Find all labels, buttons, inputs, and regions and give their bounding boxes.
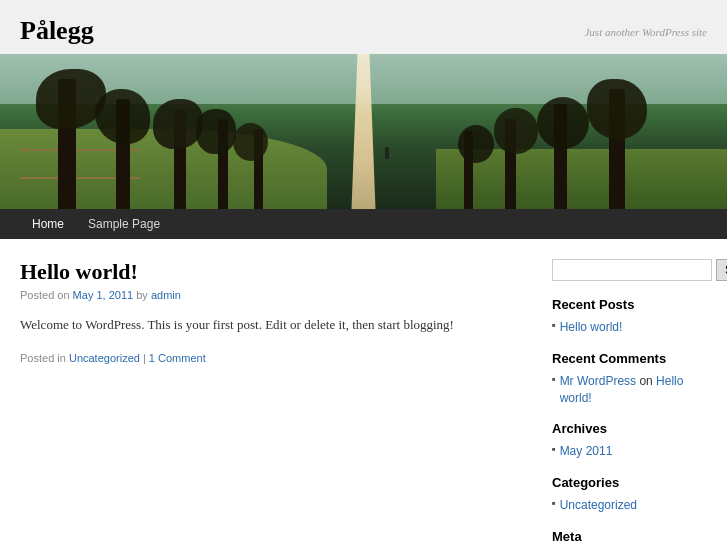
nav-link-home[interactable]: Home xyxy=(20,209,76,239)
category-link[interactable]: Uncategorized xyxy=(560,497,637,514)
nav-item-sample[interactable]: Sample Page xyxy=(76,209,172,239)
recent-post-item: Hello world! xyxy=(552,318,707,337)
archives-list: May 2011 xyxy=(552,442,707,461)
post-content: Welcome to WordPress. This is your first… xyxy=(20,315,532,336)
nav-link-sample[interactable]: Sample Page xyxy=(76,209,172,239)
recent-comments-title: Recent Comments xyxy=(552,351,707,366)
main-content: Hello world! Posted on May 1, 2011 by ad… xyxy=(20,259,532,545)
meta-section: Meta Log in Entries RSS Comments RSS Wor… xyxy=(552,529,707,545)
header-banner xyxy=(0,54,727,209)
search-input[interactable] xyxy=(552,259,712,281)
categories-list: Uncategorized xyxy=(552,496,707,515)
recent-posts-list: Hello world! xyxy=(552,318,707,337)
archives-section: Archives May 2011 xyxy=(552,421,707,461)
main-nav: Home Sample Page xyxy=(0,209,727,239)
by-label: by xyxy=(136,289,148,301)
search-button[interactable]: Search xyxy=(716,259,727,281)
comment-author-link[interactable]: Mr WordPress xyxy=(560,374,636,388)
content-area: Hello world! Posted on May 1, 2011 by ad… xyxy=(0,239,727,545)
meta-title: Meta xyxy=(552,529,707,544)
sidebar: Search Recent Posts Hello world! Recent … xyxy=(552,259,707,545)
recent-comment-item: Mr WordPress on Hello world! xyxy=(552,372,707,408)
archive-link[interactable]: May 2011 xyxy=(560,443,613,460)
post-title: Hello world! xyxy=(20,259,532,285)
categories-section: Categories Uncategorized xyxy=(552,475,707,515)
post-comment-link[interactable]: 1 Comment xyxy=(149,352,206,364)
comment-on-text: on xyxy=(639,374,656,388)
posted-on-label: Posted on xyxy=(20,289,70,301)
site-title: Pålegg xyxy=(20,16,94,46)
site-tagline: Just another WordPress site xyxy=(584,16,707,38)
archives-title: Archives xyxy=(552,421,707,436)
sidebar-search: Search xyxy=(552,259,707,281)
post-date-link[interactable]: May 1, 2011 xyxy=(73,289,134,301)
post-footer: Posted in Uncategorized | 1 Comment xyxy=(20,352,532,364)
recent-comments-list: Mr WordPress on Hello world! xyxy=(552,372,707,408)
post-category-link[interactable]: Uncategorized xyxy=(69,352,140,364)
site-header: Pålegg Just another WordPress site xyxy=(0,0,727,54)
footer-separator: | xyxy=(143,352,146,364)
recent-posts-section: Recent Posts Hello world! xyxy=(552,297,707,337)
category-item: Uncategorized xyxy=(552,496,707,515)
recent-comments-section: Recent Comments Mr WordPress on Hello wo… xyxy=(552,351,707,408)
recent-post-link[interactable]: Hello world! xyxy=(560,319,623,336)
categories-title: Categories xyxy=(552,475,707,490)
post-author-link[interactable]: admin xyxy=(151,289,181,301)
post-meta: Posted on May 1, 2011 by admin xyxy=(20,289,532,301)
recent-posts-title: Recent Posts xyxy=(552,297,707,312)
posted-in-label: Posted in xyxy=(20,352,66,364)
archive-item: May 2011 xyxy=(552,442,707,461)
nav-item-home[interactable]: Home xyxy=(20,209,76,239)
